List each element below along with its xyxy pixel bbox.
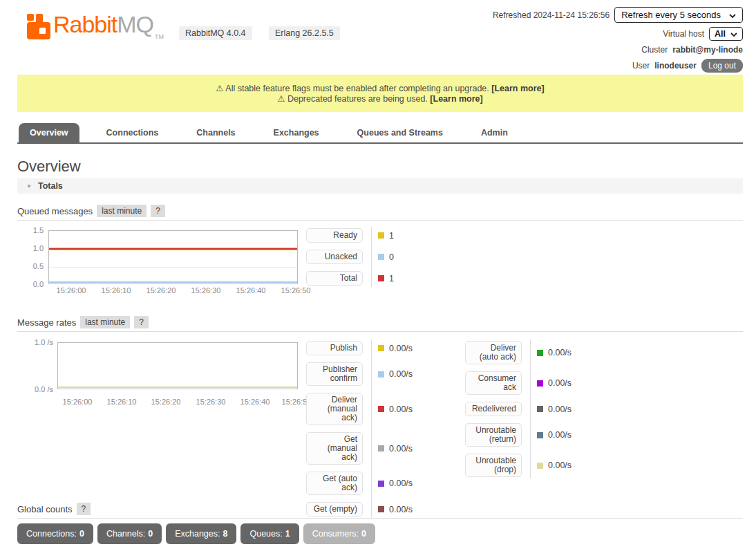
x-tick: 15:26:10 [102, 286, 131, 295]
y-tick: 0.0 /s [19, 385, 53, 393]
ready-swatch [378, 232, 384, 239]
version-badges: RabbitMQ 4.0.4 Erlang 26.2.5.5 [179, 26, 354, 40]
deliver-auto-ack-toggle[interactable]: Deliver (auto ack) [465, 341, 522, 364]
learn-more-link[interactable]: [Learn more] [430, 94, 482, 104]
rates-legend-left: Publish 0.00/s Publisher confirm 0.00/s … [306, 341, 413, 517]
total-toggle[interactable]: Total [306, 271, 363, 286]
y-tick: 1.0 /s [19, 338, 53, 346]
x-tick: 15:26:30 [196, 398, 226, 406]
global-counts-help-icon[interactable]: ? [77, 503, 91, 515]
message-rates-title: Message rates [17, 317, 76, 328]
consumers-count-button[interactable]: Consumers:0 [303, 523, 375, 544]
learn-more-link[interactable]: [Learn more] [491, 84, 544, 93]
logout-button[interactable]: Log out [701, 59, 743, 73]
connections-count-button[interactable]: Connections:0 [17, 523, 93, 544]
message-rates-chart-area: 1.0 /s 0.0 /s 15:26:00 15:26:10 15:26:20… [17, 332, 743, 498]
unacked-series-line [49, 281, 297, 283]
total-series-line [49, 248, 297, 250]
publish-toggle[interactable]: Publish [306, 341, 363, 355]
logo-trademark: TM [155, 33, 164, 40]
y-tick: 0.5 [19, 262, 44, 270]
tab-connections[interactable]: Connections [95, 123, 170, 142]
user-label: User [632, 61, 650, 71]
queued-help-icon[interactable]: ? [151, 205, 165, 217]
zero-rate-line [58, 387, 297, 388]
rabbit-icon [26, 11, 53, 44]
deliver-auto-ack-swatch [537, 350, 543, 356]
ready-toggle[interactable]: Ready [306, 228, 363, 243]
get-manual-ack-rate: 0.00/s [389, 444, 413, 454]
x-tick: 15:26:40 [236, 286, 266, 295]
chevron-down-icon [729, 10, 736, 20]
unroutable-drop-toggle[interactable]: Unroutable (drop) [465, 454, 522, 477]
consumer-ack-rate: 0.00/s [548, 378, 571, 388]
rates-help-icon[interactable]: ? [134, 316, 149, 328]
tab-channels[interactable]: Channels [185, 123, 246, 142]
y-tick: 1.0 [19, 244, 44, 252]
rates-range-badge[interactable]: last minute [80, 316, 130, 328]
queued-messages-legend: Ready 1 Unacked 0 Total 1 [306, 228, 394, 286]
unroutable-return-toggle[interactable]: Unroutable (return) [465, 423, 522, 447]
redelivered-toggle[interactable]: Redelivered [465, 402, 522, 416]
deprecated-features-warning: ⚠ Deprecated features are being used. [L… [17, 94, 743, 104]
legend-row-unacked: Unacked 0 [306, 250, 394, 264]
queued-messages-header: Queued messages last minute ? [17, 205, 165, 217]
queued-messages-title: Queued messages [17, 206, 93, 216]
get-manual-ack-toggle[interactable]: Get (manual ack) [306, 432, 363, 465]
cluster-label: Cluster [641, 45, 668, 55]
total-value: 1 [389, 274, 394, 283]
unacked-toggle[interactable]: Unacked [306, 250, 363, 264]
tab-exchanges[interactable]: Exchanges [263, 123, 330, 142]
username: linodeuser [654, 61, 697, 71]
get-auto-ack-rate: 0.00/s [389, 478, 413, 488]
x-tick: 15:26:00 [63, 398, 93, 406]
get-empty-rate: 0.00/s [389, 505, 413, 514]
x-tick: 15:26:50 [281, 286, 311, 295]
get-manual-ack-swatch [378, 445, 384, 452]
publish-swatch [378, 345, 384, 351]
logo-text-mq: MQ [117, 11, 153, 38]
unroutable-drop-rate: 0.00/s [548, 460, 571, 470]
get-auto-ack-toggle[interactable]: Get (auto ack) [306, 472, 363, 495]
unroutable-return-rate: 0.00/s [548, 430, 571, 440]
publisher-confirm-toggle[interactable]: Publisher confirm [306, 362, 363, 386]
channels-count-button[interactable]: Channels:0 [97, 523, 162, 544]
chevron-down-icon [730, 29, 737, 39]
tab-overview[interactable]: Overview [19, 123, 79, 142]
x-tick: 15:26:30 [191, 286, 221, 295]
unroutable-return-swatch [537, 432, 543, 438]
consumer-ack-toggle[interactable]: Consumer ack [465, 371, 522, 395]
redelivered-swatch [537, 406, 543, 412]
x-tick: 15:26:10 [107, 398, 137, 406]
erlang-version-badge: Erlang 26.2.5.5 [269, 26, 340, 40]
deliver-manual-ack-swatch [378, 406, 384, 412]
y-tick: 0.0 [19, 280, 44, 288]
x-tick: 15:26:40 [240, 398, 270, 406]
page-title: Overview [17, 158, 81, 176]
collapse-triangle-icon: ▼ [26, 183, 32, 189]
x-tick: 15:26:20 [151, 398, 181, 406]
redelivered-rate: 0.00/s [548, 404, 571, 414]
totals-section-header[interactable]: ▼ Totals [17, 178, 743, 194]
virtual-host-select[interactable]: All [709, 27, 743, 41]
legend-row-ready: Ready 1 [306, 228, 394, 243]
unacked-value: 0 [389, 252, 394, 262]
global-counts-header: Global counts ? [17, 503, 91, 515]
rabbitmq-logo: RabbitMQ TM [26, 11, 164, 44]
queues-count-button[interactable]: Queues:1 [240, 523, 299, 544]
global-counts-buttons: Connections:0 Channels:0 Exchanges:8 Que… [17, 523, 375, 544]
exchanges-count-button[interactable]: Exchanges:8 [166, 523, 236, 544]
rabbitmq-version-badge: RabbitMQ 4.0.4 [179, 26, 252, 40]
deliver-manual-ack-toggle[interactable]: Deliver (manual ack) [306, 393, 363, 425]
unacked-swatch [378, 254, 384, 260]
x-tick: 15:26:20 [147, 286, 176, 295]
queued-messages-chart-area: 1.5 1.0 0.5 0.0 15:26:00 15:26:10 15:26:… [17, 221, 743, 293]
tab-queues-and-streams[interactable]: Queues and Streams [346, 123, 454, 142]
tab-admin[interactable]: Admin [470, 123, 519, 142]
queued-range-badge[interactable]: last minute [97, 205, 147, 217]
deliver-auto-ack-rate: 0.00/s [548, 348, 571, 357]
get-empty-toggle[interactable]: Get (empty) [306, 502, 363, 517]
publish-rate: 0.00/s [389, 344, 413, 353]
global-counts-title: Global counts [17, 504, 73, 514]
refresh-interval-select[interactable]: Refresh every 5 seconds [614, 7, 743, 23]
